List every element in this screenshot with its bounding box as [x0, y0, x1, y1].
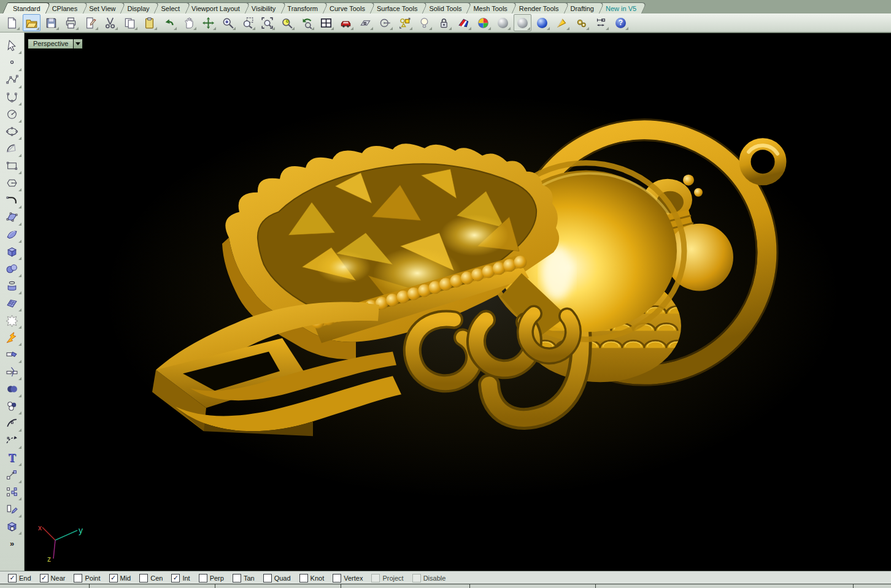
- tab-select[interactable]: Select: [153, 2, 188, 13]
- curve-through-points-tool-button[interactable]: [3, 89, 21, 105]
- boolean-spheres-tool-button[interactable]: [3, 261, 21, 277]
- osnap-knot[interactable]: Knot: [299, 574, 325, 582]
- render-button[interactable]: [455, 14, 472, 31]
- circle-tool-button[interactable]: [3, 106, 21, 123]
- tab-mesh-tools[interactable]: Mesh Tools: [465, 2, 515, 13]
- dimension-button[interactable]: [592, 14, 610, 31]
- gold-pendant-model[interactable]: [25, 33, 891, 571]
- lock-button[interactable]: [435, 14, 453, 31]
- rectangle-tool-button[interactable]: [3, 158, 21, 174]
- osnap-disable-checkbox[interactable]: [412, 574, 421, 582]
- tab-set-view[interactable]: Set View: [81, 2, 123, 13]
- osnap-quad[interactable]: Quad: [263, 574, 291, 582]
- explode-tool-button[interactable]: [3, 329, 21, 346]
- viewport-dropdown-button[interactable]: [73, 39, 82, 48]
- osnap-vertex-checkbox[interactable]: [333, 574, 341, 582]
- zoom-window-button[interactable]: [239, 14, 256, 31]
- zoom-extents-button[interactable]: [258, 14, 276, 31]
- revolve-tool-button[interactable]: [3, 278, 21, 294]
- osnap-quad-checkbox[interactable]: [263, 574, 272, 582]
- rotate-view-button[interactable]: [199, 14, 217, 31]
- array-tool-button[interactable]: [3, 484, 21, 500]
- tab-drafting[interactable]: Drafting: [562, 2, 602, 13]
- zoom-in-button[interactable]: [219, 14, 237, 31]
- print-button[interactable]: [62, 14, 80, 31]
- osnap-cen[interactable]: Cen: [139, 574, 163, 582]
- control-point-curve-tool-button[interactable]: [3, 72, 21, 88]
- tab-new-in-v5[interactable]: New in V5: [598, 2, 644, 13]
- tab-solid-tools[interactable]: Solid Tools: [421, 2, 469, 13]
- spotlight-button[interactable]: [553, 14, 571, 31]
- box-tool-button[interactable]: [3, 243, 21, 260]
- rebuild-curve-tool-button[interactable]: [3, 432, 21, 449]
- shaded-sphere-button[interactable]: [494, 14, 512, 31]
- osnap-disable[interactable]: Disable: [412, 574, 446, 582]
- point-tool-button[interactable]: [3, 55, 21, 71]
- osnap-end[interactable]: ✓End: [8, 574, 31, 582]
- cplane-origin-button[interactable]: [376, 14, 394, 31]
- undo-view-button[interactable]: [298, 14, 315, 31]
- osnap-cen-checkbox[interactable]: [139, 574, 148, 582]
- trim-tool-button[interactable]: [3, 346, 21, 363]
- zoom-selected-button[interactable]: [278, 14, 296, 31]
- rendered-sphere-button[interactable]: [514, 14, 531, 31]
- help-button[interactable]: ?: [612, 14, 630, 31]
- osnap-project-checkbox[interactable]: [371, 574, 380, 582]
- sidebar-expand-button[interactable]: »: [3, 535, 21, 552]
- tab-transform[interactable]: Transform: [279, 2, 326, 13]
- set-view-car-button[interactable]: [337, 14, 355, 31]
- tab-render-tools[interactable]: Render Tools: [511, 2, 567, 13]
- osnap-vertex[interactable]: Vertex: [333, 574, 363, 582]
- osnap-tan-checkbox[interactable]: [233, 574, 241, 582]
- save-button[interactable]: [42, 14, 60, 31]
- fillet-curve-tool-button[interactable]: [3, 192, 21, 208]
- paste-clipboard-button[interactable]: [141, 14, 158, 31]
- cplane-button[interactable]: [357, 14, 374, 31]
- tab-surface-tools[interactable]: Surface Tools: [369, 2, 425, 13]
- surface-points-tool-button[interactable]: [3, 209, 21, 226]
- tab-curve-tools[interactable]: Curve Tools: [322, 2, 373, 13]
- text-tool-button[interactable]: T: [3, 449, 21, 466]
- edit-page-button[interactable]: [82, 14, 99, 31]
- open-folder-button[interactable]: [23, 14, 40, 31]
- boolean-union-tool-button[interactable]: [3, 381, 21, 397]
- patch-surface-tool-button[interactable]: [3, 295, 21, 311]
- point-on-curve-tool-button[interactable]: [3, 415, 21, 432]
- osnap-mid-checkbox[interactable]: ✓: [109, 574, 118, 582]
- osnap-int[interactable]: ✓Int: [171, 574, 190, 582]
- osnap-perp-checkbox[interactable]: [199, 574, 207, 582]
- curved-surface-tool-button[interactable]: [3, 226, 21, 243]
- osnap-end-checkbox[interactable]: ✓: [8, 574, 17, 582]
- viewport-layout-button[interactable]: [317, 14, 335, 31]
- osnap-near-checkbox[interactable]: ✓: [40, 574, 48, 582]
- ellipse-tool-button[interactable]: [3, 123, 21, 140]
- tab-standard[interactable]: Standard: [5, 2, 48, 13]
- color-wheel-button[interactable]: [474, 14, 492, 31]
- pan-hand-button[interactable]: [180, 14, 198, 31]
- perspective-viewport[interactable]: Perspective: [25, 32, 891, 571]
- osnap-point-checkbox[interactable]: [74, 574, 82, 582]
- viewport-title[interactable]: Perspective: [28, 39, 73, 48]
- visibility-swap-tool-button[interactable]: [3, 501, 21, 517]
- osnap-tan[interactable]: Tan: [233, 574, 255, 582]
- tab-cplanes[interactable]: CPlanes: [44, 2, 86, 13]
- tab-visibility[interactable]: Visibility: [244, 2, 284, 13]
- osnap-near[interactable]: ✓Near: [40, 574, 66, 582]
- new-document-button[interactable]: [3, 14, 21, 31]
- tab-display[interactable]: Display: [119, 2, 157, 13]
- tab-viewport-layout[interactable]: Viewport Layout: [183, 2, 248, 13]
- osnap-int-checkbox[interactable]: ✓: [171, 574, 180, 582]
- osnap-mid[interactable]: ✓Mid: [109, 574, 131, 582]
- osnap-knot-checkbox[interactable]: [299, 574, 308, 582]
- split-tool-button[interactable]: [3, 364, 21, 380]
- osnap-project[interactable]: Project: [371, 574, 403, 582]
- copy-button[interactable]: [121, 14, 139, 31]
- show-objects-button[interactable]: [396, 14, 414, 31]
- osnap-perp[interactable]: Perp: [199, 574, 224, 582]
- cut-scissors-button[interactable]: [101, 14, 119, 31]
- copy-object-tool-button[interactable]: [3, 467, 21, 483]
- undo-button[interactable]: [160, 14, 178, 31]
- circles-trio-tool-button[interactable]: [3, 398, 21, 414]
- select-arrow-tool-button[interactable]: [3, 37, 21, 54]
- arc-tool-button[interactable]: [3, 140, 21, 157]
